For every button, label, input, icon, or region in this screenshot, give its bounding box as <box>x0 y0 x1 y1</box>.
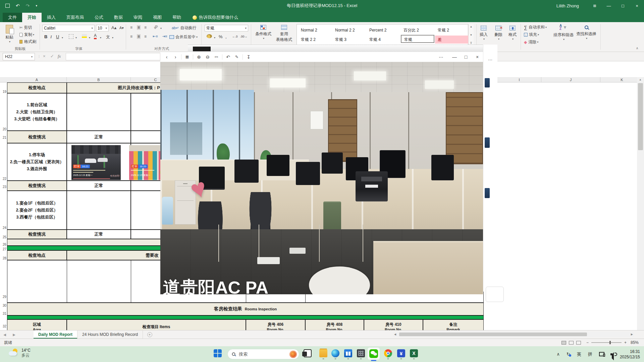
cut-button[interactable]: ✄ 剪切 <box>19 25 32 31</box>
tell-me-box[interactable]: 告诉我你想要做什么 <box>193 13 238 22</box>
scroll-right-icon[interactable]: ▶ <box>631 333 633 336</box>
phonetic-dropdown-icon[interactable]: ▾ <box>112 36 113 39</box>
normal-view-icon[interactable] <box>561 341 566 345</box>
clock-widget[interactable]: 16:31 2025/12/15 <box>620 349 640 360</box>
photo-window-titlebar[interactable] <box>188 45 483 52</box>
photo-forward-icon[interactable]: › <box>171 54 180 60</box>
underline-dropdown-icon[interactable]: ▾ <box>62 36 63 39</box>
cell-a23[interactable]: 检查情况 <box>7 181 67 191</box>
page-layout-view-icon[interactable] <box>569 341 574 345</box>
cell-a22[interactable]: 1.停车场 2.负一楼员工区域（更衣间） 3.酒店外围 <box>7 143 67 181</box>
font-color-dropdown-icon[interactable]: ▾ <box>100 36 101 39</box>
taskbar-item-wechat[interactable] <box>368 348 380 360</box>
row-header[interactable]: 21 <box>0 136 6 139</box>
device-cast-icon[interactable] <box>599 352 604 356</box>
rooms-inspection-header[interactable]: 客房检查结果 Rooms Inspection <box>7 303 484 315</box>
taskbar-item-grid-app[interactable] <box>357 349 365 357</box>
merge-center-button[interactable]: 合并后居中▾ <box>169 34 198 40</box>
italic-icon[interactable]: I <box>50 34 52 40</box>
style-changgui3[interactable]: 常规 3 <box>332 36 366 44</box>
tray-chevron-icon[interactable]: ∧ <box>557 352 560 357</box>
user-name[interactable]: Lilith Zhong <box>556 3 579 8</box>
percent-style-icon[interactable]: % <box>219 34 223 39</box>
zoom-level[interactable]: 85% <box>631 340 639 345</box>
delete-cells-button[interactable]: × 删除▾ <box>494 25 502 41</box>
horizontal-scrollbar[interactable]: ◀ ▶ <box>393 332 634 337</box>
row-header[interactable]: 29 <box>0 295 6 299</box>
row-header[interactable]: 25 <box>0 235 6 239</box>
find-select-button[interactable]: 查找和选择▾ <box>576 24 597 40</box>
clear-button[interactable]: ◆ 清除▾ <box>524 39 538 45</box>
sheet-tab-24h-briefing[interactable]: 24 Hours MOD Briefing Record <box>77 330 143 339</box>
tab-home[interactable]: 开始 <box>22 13 42 22</box>
filmstrip-more-icon[interactable]: ⋯ <box>488 57 492 62</box>
style-normal2[interactable]: Normal 2 <box>298 26 332 34</box>
align-top-icon[interactable]: ≡ <box>130 25 132 30</box>
style-changgui4[interactable]: 常规 4 <box>367 36 400 44</box>
row-header[interactable]: 22 <box>0 177 6 181</box>
photo-back-icon[interactable]: ‹ <box>162 54 171 60</box>
accounting-format-icon[interactable] <box>207 34 212 38</box>
column-header-a[interactable]: A <box>7 77 67 82</box>
filmstrip-thumbnail[interactable] <box>485 78 490 87</box>
align-right-icon[interactable]: ≡ <box>144 34 147 39</box>
phonetic-guide-icon[interactable]: 文 <box>106 34 110 40</box>
volume-icon[interactable] <box>610 352 616 356</box>
row-header[interactable]: 31 <box>0 312 6 315</box>
name-box[interactable]: H22 ▾ <box>3 53 35 60</box>
taskbar-item-store[interactable] <box>344 349 352 357</box>
photo-filmstrip-panel[interactable]: ⋯ <box>483 45 497 292</box>
sheet-tab-daily-mod-report[interactable]: Daily MOD Report <box>34 330 77 339</box>
taskbar-item-chrome[interactable] <box>384 349 392 357</box>
cell-a19[interactable]: 检查地点 <box>7 82 67 93</box>
ime-pinyin-indicator[interactable]: 拼 <box>588 351 592 357</box>
taskbar-item-yuan-app[interactable]: ¥ <box>397 349 405 357</box>
tab-help[interactable]: 帮助 <box>167 13 186 22</box>
photo-thumbnails-icon[interactable]: ▦ <box>183 55 192 59</box>
font-color-icon[interactable]: A <box>94 34 97 39</box>
scroll-up-icon[interactable]: ▲ <box>639 78 642 81</box>
parking-photo-thumbnail[interactable]: 打卡16:21 2025.12.15 星期一 今日水印 <box>71 145 121 180</box>
close-button[interactable]: × <box>630 0 644 11</box>
align-center-icon[interactable]: ≡ <box>137 34 141 39</box>
wrap-text-button[interactable]: ab↵ 自动换行 <box>172 25 196 31</box>
scroll-left-icon[interactable]: ◀ <box>394 333 396 336</box>
borders-icon[interactable] <box>69 34 73 39</box>
photo-fit-screen-icon[interactable]: ▭ <box>212 55 221 59</box>
gallery-more-icon[interactable]: ⊽ <box>470 42 472 45</box>
cell-a24[interactable]: 1.宴会1F（包括后区） 2.宴会2F（包括后区） 3.西餐厅（包括后区） <box>7 191 67 230</box>
insert-function-icon[interactable]: fx <box>58 54 61 59</box>
format-painter-button[interactable]: 格式刷 <box>19 39 36 45</box>
sheet-nav-right-icon[interactable]: ▶ <box>9 330 19 339</box>
search-box[interactable]: 搜索 <box>227 349 299 359</box>
style-changgui22[interactable]: 常规 2 2 <box>298 36 332 44</box>
align-left-icon[interactable]: ≡ <box>130 34 132 39</box>
weather-widget[interactable]: 14°C 多云 <box>8 348 31 358</box>
row-header[interactable]: 27 <box>0 247 6 251</box>
photo-close-icon[interactable]: × <box>473 54 482 60</box>
collapse-ribbon-icon[interactable]: ∧ <box>636 46 638 50</box>
photo-canvas[interactable]: ♥ 道贵阳AC PA <box>160 62 483 294</box>
ime-language-indicator[interactable]: 英 <box>577 351 581 357</box>
tab-file[interactable]: 文件 <box>3 13 22 22</box>
tab-view[interactable]: 视图 <box>148 13 167 22</box>
ribbon-display-options-icon[interactable]: ⊞ <box>588 0 602 11</box>
cell-a28[interactable]: 检查地点 <box>7 250 67 260</box>
page-break-view-icon[interactable] <box>576 341 581 345</box>
taskbar-item-folder[interactable] <box>319 349 327 357</box>
underline-icon[interactable]: U <box>56 34 59 39</box>
taskbar-item-excel[interactable]: X <box>410 349 418 357</box>
photo-minimize-icon[interactable]: — <box>450 54 459 60</box>
photo-maximize-icon[interactable]: □ <box>462 54 470 60</box>
copy-button[interactable]: 复制▾ <box>19 32 34 38</box>
paste-button[interactable]: 粘贴 ▾ <box>5 25 13 43</box>
enter-icon[interactable]: ✓ <box>50 54 54 59</box>
align-bottom-icon[interactable]: ≡ <box>144 25 147 30</box>
style-percent2[interactable]: Percent 2 <box>367 26 400 34</box>
cancel-icon[interactable]: × <box>43 54 46 59</box>
formula-input[interactable] <box>66 53 160 60</box>
gallery-down-icon[interactable]: ▼ <box>470 34 473 37</box>
cell-a25[interactable]: 检查情况 <box>7 230 67 239</box>
namebox-splitter[interactable]: ⋮ <box>38 55 41 58</box>
tab-formulas[interactable]: 公式 <box>89 13 109 22</box>
